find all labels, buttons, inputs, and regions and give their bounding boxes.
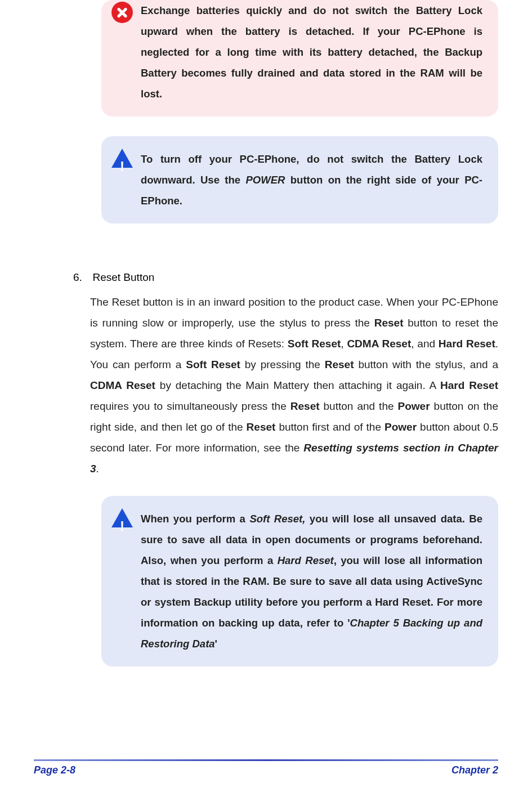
- info2-text: ': [215, 638, 217, 650]
- body-text: button and the: [320, 400, 398, 412]
- info2-em: Soft Reset,: [249, 513, 305, 525]
- info2-em: Hard Reset: [278, 554, 334, 566]
- body-bold: Reset: [325, 359, 354, 370]
- info2-text: When you perform a: [141, 513, 249, 525]
- danger-text: Exchange batteries quickly and do not sw…: [141, 5, 482, 100]
- page-number: Page 2-8: [34, 764, 75, 776]
- body-text: .: [96, 463, 99, 475]
- body-bold: Hard Reset: [440, 379, 498, 391]
- body-bold: Hard Reset: [439, 338, 495, 350]
- body-bold: Power: [398, 400, 430, 412]
- body-bold: Reset: [290, 400, 320, 412]
- section-number: 6.: [73, 271, 90, 284]
- footer-divider: [34, 759, 498, 761]
- body-bold: Soft Reset: [186, 359, 240, 370]
- body-bold: Reset: [374, 317, 404, 329]
- error-icon: [111, 2, 133, 23]
- page-content: Exchange batteries quickly and do not sw…: [0, 0, 532, 666]
- body-text: button with the stylus, and a: [354, 359, 499, 370]
- warning-icon: [111, 508, 133, 530]
- body-text: by pressing the: [240, 359, 325, 370]
- body-text: requires you to simultaneously press the: [90, 400, 290, 412]
- danger-callout: Exchange batteries quickly and do not sw…: [101, 0, 498, 117]
- section-body: The Reset button is in an inward positio…: [90, 292, 498, 479]
- body-text: by detaching the Main Mattery then attac…: [155, 379, 440, 391]
- chapter-label: Chapter 2: [451, 764, 498, 776]
- body-text: ,: [341, 338, 347, 350]
- body-text: button first and of the: [275, 421, 385, 433]
- body-bold: Soft Reset: [288, 338, 341, 350]
- body-text: , and: [411, 338, 439, 350]
- info-callout-2: When you perform a Soft Reset, you will …: [101, 496, 498, 666]
- section-title: Reset Button: [92, 271, 154, 284]
- info1-em: POWER: [246, 174, 285, 186]
- body-bold: Power: [385, 421, 417, 433]
- section-header: 6. Reset Button: [73, 271, 498, 292]
- page-footer: Page 2-8 Chapter 2: [0, 759, 532, 776]
- info-callout-1: To turn off your PC-EPhone, do not switc…: [101, 136, 498, 223]
- warning-icon: [111, 149, 133, 170]
- body-bold: Reset: [247, 421, 276, 433]
- body-bold: CDMA Reset: [90, 379, 155, 391]
- body-bold: CDMA Reset: [347, 338, 411, 350]
